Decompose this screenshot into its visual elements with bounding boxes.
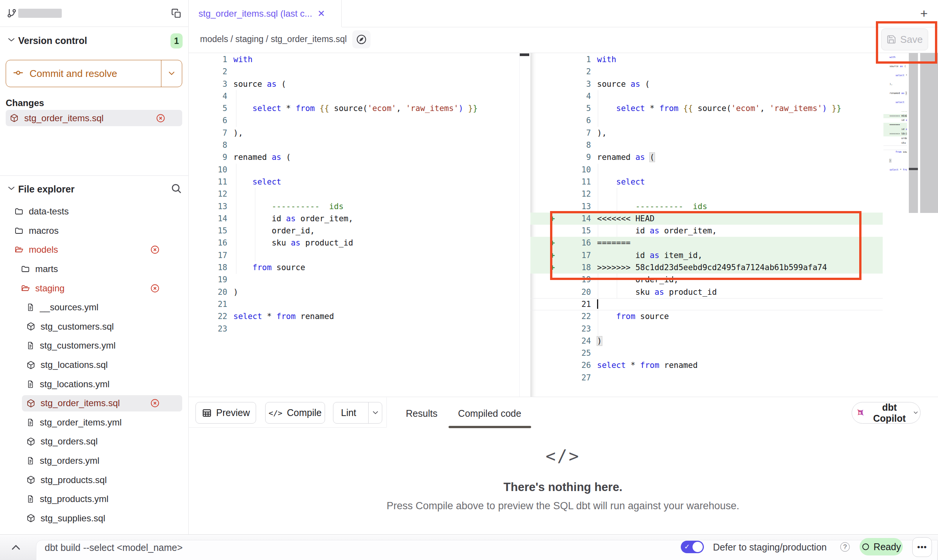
code-line-3[interactable]: 3source as ( <box>530 78 883 90</box>
code-line-7[interactable]: 7), <box>189 127 520 139</box>
code-line-16[interactable]: 16 sku as product_id <box>189 237 520 249</box>
code-line-22[interactable]: 22select * from renamed <box>189 310 520 322</box>
code-line-22[interactable]: 22 from source <box>530 310 883 322</box>
code-line-17[interactable]: +17 id as item_id, <box>530 249 883 261</box>
tab-stg-order-items[interactable]: stg_order_items.sql (last c... ✕ <box>189 0 342 27</box>
defer-toggle[interactable]: ✓ <box>681 541 704 553</box>
code-line-14[interactable]: +14<<<<<<< HEAD <box>530 213 883 225</box>
code-line-16[interactable]: +16======= <box>530 237 883 249</box>
file-item-staging[interactable]: staging <box>0 278 188 298</box>
discard-icon[interactable] <box>150 398 160 408</box>
code-line-9[interactable]: 9renamed as ( <box>189 151 520 163</box>
code-line-10[interactable]: 10 <box>189 164 520 176</box>
preview-button[interactable]: Preview <box>195 402 256 424</box>
code-line-23[interactable]: 23 <box>530 323 883 335</box>
file-item-__sources.yml[interactable]: __sources.yml <box>0 298 188 317</box>
changed-file-item[interactable]: stg_order_items.sql <box>6 110 182 126</box>
lint-dropdown-icon[interactable] <box>368 402 382 423</box>
more-options-button[interactable]: ••• <box>912 537 932 557</box>
lint-button[interactable]: Lint <box>333 402 382 424</box>
code-line-19[interactable]: 19 <box>189 274 520 286</box>
file-explorer-chevron-icon[interactable] <box>8 186 15 192</box>
code-line-20[interactable]: 20 sku as product_id <box>530 286 883 298</box>
file-item-marts[interactable]: marts <box>0 260 188 279</box>
tab-results[interactable]: Results <box>403 407 441 419</box>
code-line-20[interactable]: 20) <box>189 286 520 298</box>
code-line-4[interactable]: 4 <box>189 90 520 102</box>
save-button[interactable]: Save <box>881 28 928 50</box>
editor-right-pane[interactable]: 1with23source as (45 select * from {{ so… <box>530 53 883 397</box>
file-item-stg_locations.sql[interactable]: stg_locations.sql <box>0 355 188 375</box>
file-item-data-tests[interactable]: data-tests <box>0 202 188 221</box>
minimap-scrollbar[interactable] <box>909 53 918 213</box>
code-line-6[interactable]: 6 <box>530 114 883 127</box>
copy-icon[interactable] <box>171 8 181 20</box>
code-line-3[interactable]: 3source as ( <box>189 78 520 90</box>
code-line-27[interactable]: 27 <box>530 372 883 384</box>
code-line-5[interactable]: 5 select * from {{ source('ecom', 'raw_i… <box>530 102 883 114</box>
editor-left-pane[interactable]: 1with23source as (45 select * from {{ so… <box>189 53 520 397</box>
command-input[interactable]: dbt build --select <model_name> <box>45 542 183 553</box>
file-item-stg_orders.yml[interactable]: stg_orders.yml <box>0 451 188 471</box>
code-line-24[interactable]: 24) <box>530 335 883 347</box>
code-line-4[interactable]: 4 <box>530 90 883 102</box>
discard-change-icon[interactable] <box>156 113 166 123</box>
code-line-1[interactable]: 1with <box>530 53 883 66</box>
lineage-icon[interactable] <box>352 30 371 48</box>
file-item-stg_customers.yml[interactable]: stg_customers.yml <box>0 336 188 355</box>
commit-and-resolve-button[interactable]: Commit and resolve <box>6 60 182 87</box>
file-item-stg_order_items.yml[interactable]: stg_order_items.yml <box>0 413 188 432</box>
code-line-8[interactable]: 8 <box>530 139 883 151</box>
tab-compiled-code[interactable]: Compiled code <box>456 407 523 419</box>
new-tab-button[interactable]: + <box>915 5 933 22</box>
left-editor-scrollbar-thumb[interactable] <box>520 53 529 56</box>
file-item-stg_orders.sql[interactable]: stg_orders.sql <box>0 432 188 451</box>
code-line-2[interactable]: 2 <box>189 66 520 78</box>
code-line-5[interactable]: 5 select * from {{ source('ecom', 'raw_i… <box>189 102 520 114</box>
code-line-1[interactable]: 1with <box>189 53 520 66</box>
code-line-25[interactable]: 25 <box>530 347 883 359</box>
version-control-chevron-icon[interactable] <box>8 37 15 44</box>
code-line-14[interactable]: 14 id as order_item, <box>189 213 520 225</box>
discard-icon[interactable] <box>150 245 160 255</box>
file-item-models[interactable]: models <box>0 240 188 260</box>
code-line-13[interactable]: 13 ---------- ids <box>530 200 883 213</box>
commit-dropdown-button[interactable] <box>161 60 182 87</box>
file-item-stg_locations.yml[interactable]: stg_locations.yml <box>0 374 188 394</box>
code-line-18[interactable]: 18 from source <box>189 261 520 274</box>
editor-scrollbar[interactable] <box>920 53 938 213</box>
discard-icon[interactable] <box>150 283 160 293</box>
dbt-copilot-button[interactable]: dbt Copilot <box>852 402 921 424</box>
code-line-23[interactable]: 23 <box>189 323 520 335</box>
file-item-stg_supplies.sql[interactable]: stg_supplies.sql <box>0 509 188 528</box>
file-item-macros[interactable]: macros <box>0 221 188 241</box>
code-line-12[interactable]: 12 <box>189 188 520 200</box>
file-item-stg_products.yml[interactable]: stg_products.yml <box>0 490 188 509</box>
help-icon[interactable]: ? <box>840 542 850 552</box>
code-line-7[interactable]: 7), <box>530 127 883 139</box>
code-line-26[interactable]: 26select * from renamed <box>530 359 883 371</box>
code-line-12[interactable]: 12 <box>530 188 883 200</box>
code-line-13[interactable]: 13 ---------- ids <box>189 200 520 213</box>
code-line-19[interactable]: 19 order_id, <box>530 274 883 286</box>
code-line-21[interactable]: 21 <box>530 298 883 310</box>
code-line-9[interactable]: 9renamed as ( <box>530 151 883 163</box>
file-item-stg_customers.sql[interactable]: stg_customers.sql <box>0 317 188 336</box>
search-icon[interactable] <box>170 183 182 196</box>
code-line-18[interactable]: +18>>>>>>> 58c1dd23d5eebd9cd2495fa7124ab… <box>530 261 883 274</box>
code-line-2[interactable]: 2 <box>530 66 883 78</box>
code-line-11[interactable]: 11 select <box>530 176 883 188</box>
code-line-6[interactable]: 6 <box>189 114 520 127</box>
code-line-21[interactable]: 21 <box>189 298 520 310</box>
chevron-up-icon[interactable] <box>8 541 23 554</box>
compile-button[interactable]: </> Compile <box>265 402 325 424</box>
tab-close-icon[interactable]: ✕ <box>317 8 325 19</box>
code-line-8[interactable]: 8 <box>189 139 520 151</box>
code-line-11[interactable]: 11 select <box>189 176 520 188</box>
scrollbar-thumb[interactable] <box>909 168 918 170</box>
code-line-15[interactable]: 15 id as order_item, <box>530 225 883 237</box>
code-line-17[interactable]: 17 <box>189 249 520 261</box>
file-item-stg_products.sql[interactable]: stg_products.sql <box>0 470 188 490</box>
code-line-10[interactable]: 10 <box>530 164 883 176</box>
file-item-stg_order_items.sql[interactable]: stg_order_items.sql <box>0 394 188 413</box>
